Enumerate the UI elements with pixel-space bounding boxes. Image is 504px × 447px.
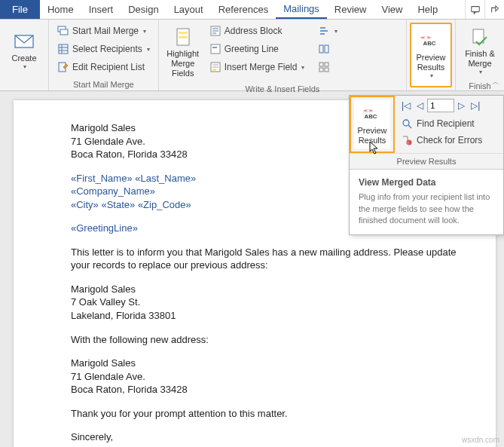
address-block-label: Address Block	[225, 26, 283, 36]
svg-text:ABC: ABC	[423, 40, 436, 47]
caret-down-icon: ▾	[301, 64, 304, 71]
tab-references[interactable]: References	[211, 0, 276, 19]
new-address-line: Marigold Sales	[71, 357, 496, 370]
svg-rect-4	[59, 44, 68, 54]
match-fields-button[interactable]	[314, 41, 341, 57]
old-address-line: Lakeland, Florida 33801	[71, 309, 496, 323]
update-labels-icon	[318, 61, 330, 73]
ribbon: Create ▾ Start Mail Merge ▾	[0, 20, 504, 91]
body-paragraph: With the following new address:	[71, 333, 496, 347]
group-create-label	[5, 78, 44, 89]
finish-merge-button[interactable]: Finish & Merge ▾	[460, 23, 499, 80]
next-record-button[interactable]: ▷	[456, 100, 467, 111]
group-write-insert: Highlight Merge Fields Address Block Gre…	[159, 20, 407, 90]
highlight-icon	[173, 26, 194, 47]
start-mail-merge-label: Start Mail Merge	[72, 26, 139, 36]
tooltip: View Merged Data Plug info from your rec…	[350, 169, 503, 234]
insert-merge-field-button[interactable]: Insert Merge Field ▾	[206, 59, 309, 75]
svg-rect-3	[60, 29, 68, 35]
tab-mailings[interactable]: Mailings	[276, 0, 327, 19]
svg-text:≪ ≫: ≪ ≫	[363, 108, 374, 113]
mail-merge-icon	[57, 25, 69, 37]
abc-icon: ≪ ≫ABC	[362, 103, 383, 124]
panel-group-label: Preview Results	[350, 153, 503, 169]
svg-rect-10	[179, 32, 188, 34]
insert-field-icon	[209, 61, 221, 73]
tab-view[interactable]: View	[374, 0, 410, 19]
tab-design[interactable]: Design	[121, 0, 166, 19]
search-icon	[401, 118, 413, 130]
body-paragraph: This letter is to inform you that Marigo…	[71, 246, 470, 272]
address-block-button[interactable]: Address Block	[206, 23, 309, 39]
caret-down-icon: ▾	[430, 72, 433, 80]
group-preview-outer: ≪ ≫ABC Preview Results ▾	[407, 20, 456, 90]
record-number-input[interactable]	[427, 99, 454, 112]
old-address-line: 7 Oak Valley St.	[71, 295, 496, 309]
svg-rect-23	[325, 45, 328, 53]
greeting-line-button[interactable]: Greeting Line	[206, 41, 309, 57]
tooltip-body: Plug info from your recipient list into …	[359, 191, 494, 226]
caret-down-icon: ▾	[147, 46, 150, 53]
highlight-label: Highlight Merge Fields	[166, 49, 200, 79]
closing: Sincerely,	[71, 430, 496, 444]
greeting-line-icon	[209, 43, 221, 55]
preview-label: Preview Results	[416, 53, 445, 72]
body-paragraph: Thank you for your prompt attention to t…	[71, 407, 496, 421]
select-recipients-label: Select Recipients	[72, 44, 142, 54]
envelope-icon	[14, 31, 35, 52]
caret-down-icon: ▾	[334, 28, 338, 35]
prev-record-button[interactable]: ◁	[414, 100, 426, 111]
preview-results-panel-button[interactable]: ≪ ≫ABC Preview Results	[354, 100, 390, 148]
create-button[interactable]: Create ▾	[5, 23, 44, 78]
abc-icon: ≪ ≫ABC	[420, 30, 441, 51]
insert-merge-field-label: Insert Merge Field	[225, 62, 298, 72]
tab-insert[interactable]: Insert	[81, 0, 121, 19]
tab-review[interactable]: Review	[327, 0, 374, 19]
select-recipients-button[interactable]: Select Recipients ▾	[53, 41, 154, 57]
record-navigation: |◁ ◁ ▷ ▷|	[399, 99, 499, 112]
group-start-mail-merge: Start Mail Merge ▾ Select Recipients ▾ E…	[49, 20, 159, 90]
old-address-line: Marigold Sales	[71, 283, 496, 296]
comments-icon[interactable]	[465, 0, 484, 19]
create-label: Create	[11, 54, 36, 63]
tab-home[interactable]: Home	[40, 0, 81, 19]
group-create: Create ▾	[0, 20, 49, 90]
caret-down-icon: ▾	[479, 69, 482, 76]
share-icon[interactable]	[484, 0, 504, 19]
collapse-ribbon-icon[interactable]: ︿	[492, 77, 499, 87]
last-record-button[interactable]: ▷|	[469, 100, 482, 111]
preview-panel-label: Preview Results	[357, 126, 386, 145]
check-errors-label: Check for Errors	[417, 135, 482, 145]
svg-rect-21	[212, 69, 216, 71]
match-fields-icon	[318, 43, 330, 55]
update-labels-button[interactable]	[314, 59, 341, 75]
first-record-button[interactable]: |◁	[399, 100, 413, 111]
rules-icon	[318, 25, 330, 37]
svg-rect-0	[471, 6, 479, 11]
tab-help[interactable]: Help	[410, 0, 445, 19]
recipients-icon	[57, 43, 69, 55]
highlight-merge-fields-button[interactable]: Highlight Merge Fields	[163, 23, 203, 83]
svg-rect-26	[319, 68, 323, 72]
svg-rect-22	[319, 45, 323, 53]
svg-rect-25	[325, 63, 328, 66]
start-mail-merge-button[interactable]: Start Mail Merge ▾	[53, 23, 154, 39]
tab-file[interactable]: File	[0, 0, 40, 19]
group-write-insert-label: Write & Insert Fields	[163, 83, 402, 93]
caret-down-icon: ▾	[23, 63, 26, 71]
edit-recipient-list-button[interactable]: Edit Recipient List	[53, 59, 154, 75]
address-block-icon	[209, 25, 221, 37]
group-start-merge-label: Start Mail Merge	[53, 78, 154, 89]
svg-line-34	[408, 125, 411, 128]
preview-results-button[interactable]: ≪ ≫ABC Preview Results ▾	[410, 23, 452, 87]
svg-text:ABC: ABC	[365, 113, 377, 120]
find-recipient-button[interactable]: Find Recipient	[399, 115, 499, 132]
rules-button[interactable]: ▾	[314, 23, 341, 39]
svg-rect-24	[319, 63, 323, 66]
tab-layout[interactable]: Layout	[166, 0, 211, 19]
svg-text:≪ ≫: ≪ ≫	[420, 35, 431, 40]
svg-point-33	[403, 120, 409, 126]
caret-down-icon: ▾	[143, 28, 146, 35]
check-errors-button[interactable]: ! Check for Errors	[399, 132, 499, 148]
check-errors-icon: !	[401, 134, 413, 146]
